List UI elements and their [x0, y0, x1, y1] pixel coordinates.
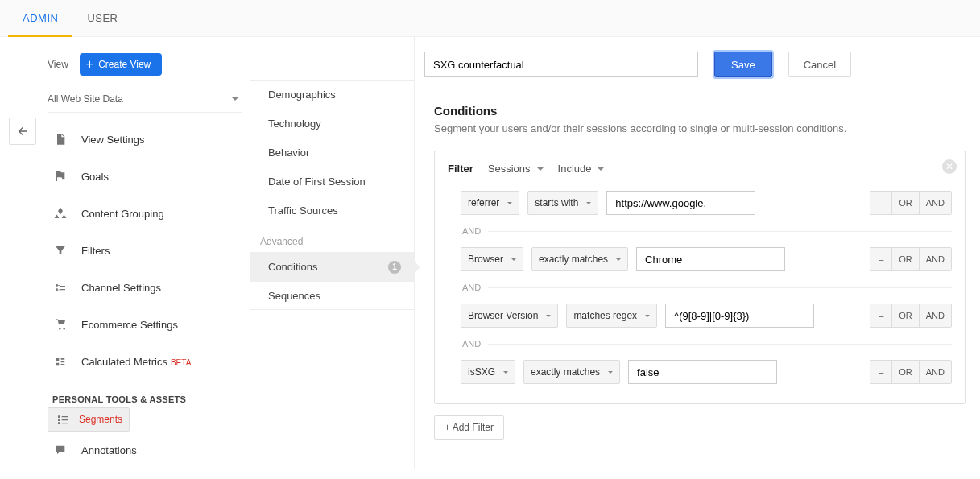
nav-calculated-metrics[interactable]: Calculated MetricsBETA	[48, 343, 242, 380]
caret-down-icon	[645, 315, 650, 317]
nav-label: Content Grouping	[81, 208, 164, 220]
remove-row-button[interactable]: –	[870, 361, 891, 383]
nav-label: Annotations	[81, 444, 137, 456]
filter-scope-value: Sessions	[488, 163, 531, 175]
cancel-button[interactable]: Cancel	[788, 52, 851, 77]
nav-label: View Settings	[81, 134, 145, 146]
nav-segments[interactable]: Segments	[48, 407, 130, 432]
remove-row-button[interactable]: –	[870, 304, 891, 327]
filter-scope-dropdown[interactable]: Sessions	[488, 163, 544, 175]
sidebar: View + Create View All Web Site Data Vie…	[36, 37, 250, 469]
conditions-subtitle: Segment your users and/or their sessions…	[434, 122, 966, 134]
and-separator: AND	[462, 339, 952, 349]
cat-label: Conditions	[268, 261, 317, 273]
caret-down-icon	[546, 315, 551, 317]
remove-filter-button[interactable]: ✕	[942, 159, 957, 174]
filter-mode-value: Include	[558, 163, 592, 175]
cat-first-session[interactable]: Date of First Session	[250, 167, 414, 196]
back-column	[0, 37, 36, 469]
and-separator: AND	[462, 226, 952, 236]
operator-dropdown[interactable]: matches regex	[566, 304, 657, 328]
annotations-icon	[52, 442, 68, 458]
caret-down-icon	[598, 167, 604, 171]
remove-row-button[interactable]: –	[870, 248, 891, 270]
channel-icon	[52, 279, 68, 295]
caret-down-icon	[616, 258, 621, 261]
or-button[interactable]: OR	[891, 304, 919, 327]
and-button[interactable]: AND	[919, 304, 951, 327]
or-button[interactable]: OR	[891, 192, 919, 214]
document-icon	[52, 131, 68, 147]
or-button[interactable]: OR	[891, 361, 919, 383]
and-button[interactable]: AND	[919, 192, 951, 214]
dimension-dropdown[interactable]: Browser	[461, 247, 523, 271]
operator-dropdown[interactable]: exactly matches	[531, 247, 628, 271]
nav-goals[interactable]: Goals	[48, 158, 242, 195]
add-filter-button[interactable]: + Add Filter	[434, 415, 504, 440]
create-view-button[interactable]: + Create View	[80, 53, 163, 76]
filter-label: Filter	[448, 163, 473, 175]
nav-label: Ecommerce Settings	[81, 319, 178, 331]
value-input[interactable]	[636, 247, 785, 271]
beta-badge: BETA	[171, 358, 191, 367]
caret-down-icon	[511, 258, 516, 261]
grouping-icon	[52, 205, 68, 221]
cat-technology[interactable]: Technology	[250, 109, 414, 138]
cat-conditions[interactable]: Conditions 1	[250, 252, 414, 281]
main-panel: Save Cancel Conditions Segment your user…	[415, 37, 980, 469]
operator-dropdown[interactable]: starts with	[527, 191, 598, 215]
nav-view-settings[interactable]: View Settings	[48, 121, 242, 158]
create-view-label: Create View	[98, 59, 151, 70]
filter-mode-dropdown[interactable]: Include	[558, 163, 605, 175]
metrics-icon	[52, 353, 68, 370]
row-logic-group: – OR AND	[870, 247, 952, 271]
value-input[interactable]	[665, 304, 814, 328]
nav-annotations[interactable]: Annotations	[48, 432, 242, 469]
caret-down-icon	[507, 202, 512, 204]
nav-label: Goals	[81, 171, 109, 183]
conditions-panel: Conditions Segment your users and/or the…	[415, 89, 980, 440]
dimension-dropdown[interactable]: referrer	[461, 191, 519, 215]
nav-list: View Settings Goals Content Grouping Fil…	[48, 121, 242, 469]
view-data-label: All Web Site Data	[48, 93, 123, 105]
nav-ecommerce-settings[interactable]: Ecommerce Settings	[48, 306, 242, 343]
value-input[interactable]	[606, 191, 755, 215]
nav-channel-settings[interactable]: Channel Settings	[48, 269, 242, 306]
nav-label: Filters	[81, 245, 110, 257]
segment-name-input[interactable]	[424, 52, 698, 77]
view-data-selector[interactable]: All Web Site Data	[48, 85, 242, 113]
and-button[interactable]: AND	[919, 248, 951, 270]
tab-user[interactable]: USER	[72, 0, 132, 37]
dimension-dropdown[interactable]: Browser Version	[461, 304, 558, 328]
caret-down-icon	[503, 371, 508, 374]
conditions-count-badge: 1	[388, 261, 401, 274]
arrow-left-icon	[16, 125, 29, 138]
value-input[interactable]	[628, 360, 777, 384]
save-button[interactable]: Save	[714, 52, 772, 77]
nav-content-grouping[interactable]: Content Grouping	[48, 195, 242, 232]
remove-row-button[interactable]: –	[870, 192, 891, 214]
conditions-title: Conditions	[434, 104, 966, 118]
and-button[interactable]: AND	[919, 361, 951, 383]
cat-sequences[interactable]: Sequences	[250, 281, 414, 310]
filter-box: ✕ Filter Sessions Include referrer start…	[434, 151, 966, 404]
operator-dropdown[interactable]: exactly matches	[523, 360, 620, 384]
flag-icon	[52, 168, 68, 184]
tab-admin[interactable]: ADMIN	[8, 0, 72, 37]
row-logic-group: – OR AND	[870, 304, 952, 328]
and-separator: AND	[462, 283, 952, 292]
cart-icon	[52, 316, 68, 332]
nav-label: Channel Settings	[81, 282, 161, 294]
caret-down-icon	[586, 202, 591, 204]
nav-filters[interactable]: Filters	[48, 232, 242, 269]
nav-label: Calculated MetricsBETA	[81, 356, 191, 368]
or-button[interactable]: OR	[891, 248, 919, 270]
caret-down-icon	[608, 371, 613, 374]
cat-traffic-sources[interactable]: Traffic Sources	[250, 196, 414, 225]
advanced-label: Advanced	[250, 225, 414, 252]
dimension-dropdown[interactable]: isSXG	[461, 360, 515, 384]
funnel-icon	[52, 242, 68, 258]
cat-behavior[interactable]: Behavior	[250, 138, 414, 167]
back-button[interactable]	[9, 118, 36, 145]
cat-demographics[interactable]: Demographics	[250, 80, 414, 109]
